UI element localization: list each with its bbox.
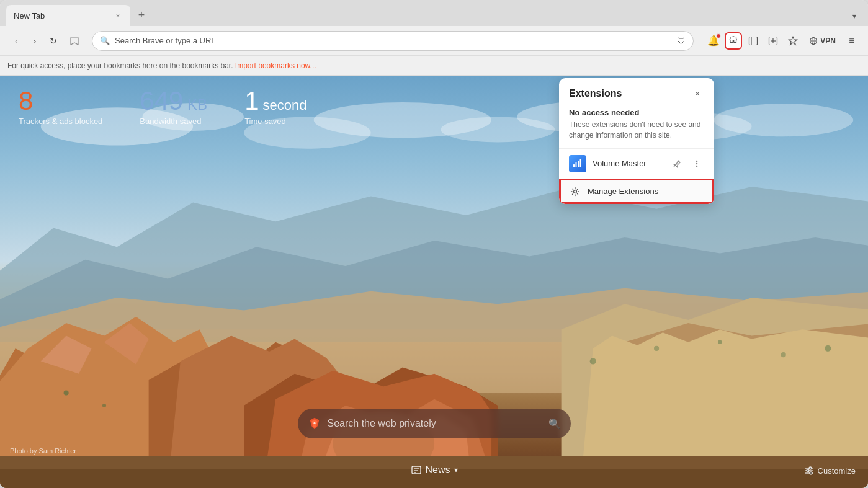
bandwidth-value: 649 KB [140, 88, 207, 114]
rewards-button[interactable] [784, 32, 802, 50]
extensions-icon [728, 36, 738, 46]
svg-point-35 [809, 467, 812, 469]
customize-icon [804, 466, 814, 476]
new-panel-icon [768, 36, 778, 46]
brave-search-icon [308, 417, 321, 430]
extensions-popup-close[interactable]: × [691, 87, 704, 100]
volume-master-icon [569, 155, 586, 172]
shield-icon: 🛡 [677, 36, 686, 46]
sidebar-toggle-button[interactable] [745, 32, 762, 50]
nav-buttons: ‹ › ↻ [7, 32, 62, 50]
bookmarks-text: For quick access, place your bookmarks h… [7, 61, 233, 70]
address-search-icon: 🔍 [100, 36, 110, 45]
time-value: 1 second [244, 88, 306, 114]
news-icon [410, 464, 421, 476]
svg-point-46 [574, 190, 577, 193]
svg-point-25 [718, 340, 722, 344]
svg-point-36 [807, 469, 809, 472]
bandwidth-label: Bandwidth saved [140, 117, 201, 126]
new-tab-button[interactable]: + [133, 6, 150, 24]
news-label: News [425, 464, 450, 476]
svg-point-14 [441, 117, 555, 143]
pin-icon [673, 159, 681, 168]
svg-point-44 [696, 162, 698, 164]
svg-point-43 [696, 160, 698, 162]
extensions-popup-header: Extensions × [559, 78, 714, 105]
news-chevron-icon: ▾ [454, 466, 458, 474]
svg-rect-40 [578, 161, 579, 167]
svg-rect-39 [576, 162, 577, 167]
svg-rect-38 [573, 164, 575, 167]
extensions-access-section: No access needed These extensions don't … [559, 105, 714, 148]
stat-trackers: 8 Trackers & ads blocked [19, 88, 102, 126]
tabs-menu-chevron[interactable]: ▾ [847, 9, 862, 24]
stats-overlay: 8 Trackers & ads blocked 649 KB Bandwidt… [19, 88, 307, 126]
search-magnifier-icon: 🔍 [548, 418, 561, 430]
volume-master-menu-button[interactable] [689, 156, 704, 171]
kebab-icon [692, 159, 701, 168]
toolbar-right-buttons: 🔔 [705, 32, 861, 50]
svg-point-17 [714, 104, 853, 136]
bookmarks-bar: For quick access, place your bookmarks h… [0, 56, 868, 76]
menu-icon: ≡ [849, 35, 854, 47]
menu-button[interactable]: ≡ [843, 32, 861, 50]
extension-item-volume-master: Volume Master [559, 149, 714, 179]
gear-icon [570, 187, 580, 197]
extensions-access-desc: These extensions don't need to see and c… [569, 120, 704, 141]
volume-master-actions [669, 156, 704, 171]
trackers-value: 8 [19, 88, 33, 114]
manage-extensions-label: Manage Extensions [588, 187, 658, 196]
import-bookmarks-link[interactable]: Import bookmarks now... [235, 61, 316, 70]
bookmark-button[interactable] [66, 32, 83, 50]
svg-point-23 [590, 358, 596, 364]
active-tab[interactable]: New Tab × [6, 5, 130, 26]
volume-master-pin-button[interactable] [669, 156, 684, 171]
search-bar[interactable]: Search the web privately 🔍 [298, 409, 571, 438]
volume-master-name: Volume Master [593, 159, 663, 168]
toolbar: ‹ › ↻ 🔍 Search Brave or type a URL 🛡 🔔 [0, 26, 868, 56]
svg-point-21 [64, 390, 69, 395]
address-text: Search Brave or type a URL [115, 36, 672, 45]
notification-badge [716, 33, 721, 38]
sidebar-new-button[interactable] [764, 32, 782, 50]
svg-rect-1 [749, 37, 758, 45]
time-label: Time saved [244, 117, 286, 126]
svg-rect-41 [580, 159, 581, 167]
tab-bar: New Tab × + ▾ [0, 0, 868, 26]
tab-title: New Tab [14, 11, 108, 20]
tab-bar-right: ▾ [847, 9, 862, 26]
tab-close-button[interactable]: × [113, 11, 123, 20]
trackers-label: Trackers & ads blocked [19, 117, 102, 126]
customize-button[interactable]: Customize [804, 466, 856, 476]
forward-button[interactable]: › [26, 32, 43, 50]
back-button[interactable]: ‹ [7, 32, 25, 50]
bookmark-icon [69, 36, 79, 46]
photo-credit: Photo by Sam Richter [10, 447, 76, 455]
customize-label: Customize [818, 466, 856, 476]
address-bar-icons: 🛡 [677, 36, 686, 46]
search-bar-container: Search the web privately 🔍 [298, 409, 571, 438]
extensions-popup-title: Extensions [569, 88, 622, 99]
stat-bandwidth: 649 KB Bandwidth saved [140, 88, 207, 126]
browser-window: New Tab × + ▾ ‹ › ↻ 🔍 Search Brave or ty… [0, 0, 868, 488]
news-bar[interactable]: News ▾ [410, 464, 457, 476]
vpn-button[interactable]: VPN [804, 34, 841, 48]
search-placeholder: Search the web privately [328, 418, 542, 429]
svg-point-37 [810, 472, 812, 474]
vpn-icon [809, 37, 818, 45]
svg-point-45 [696, 165, 698, 167]
extensions-popup: Extensions × No access needed These exte… [559, 78, 714, 204]
extensions-access-title: No access needed [569, 108, 704, 117]
manage-extensions-gear-icon [569, 185, 581, 198]
rewards-icon [788, 36, 798, 46]
notification-button[interactable]: 🔔 [705, 32, 722, 50]
manage-extensions-row[interactable]: Manage Extensions [559, 179, 714, 204]
stat-time: 1 second Time saved [244, 88, 306, 126]
extensions-button[interactable] [725, 32, 742, 50]
volume-icon [573, 159, 583, 169]
refresh-button[interactable]: ↻ [45, 32, 62, 50]
content-area: 8 Trackers & ads blocked 649 KB Bandwidt… [0, 76, 868, 488]
svg-point-27 [825, 345, 831, 352]
address-bar[interactable]: 🔍 Search Brave or type a URL 🛡 [92, 31, 694, 51]
svg-point-0 [733, 40, 735, 42]
